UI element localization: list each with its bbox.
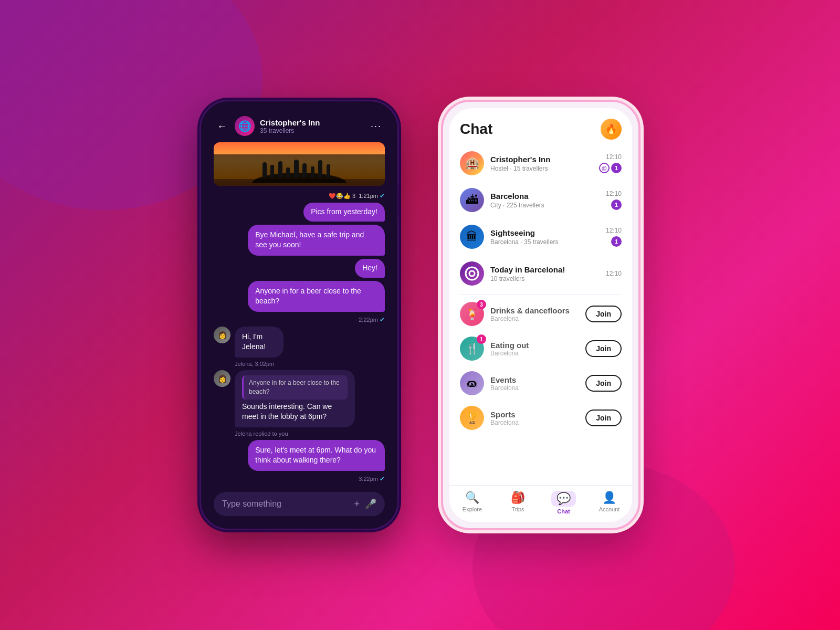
user-avatar[interactable]: 🔥	[601, 119, 622, 140]
chat-name: Sightseeing	[490, 228, 600, 237]
messages-list: ❤️😂👍 3 1:21pm ✔ Pics from yesterday! Bye…	[207, 142, 391, 488]
nav-item-account[interactable]: 👤 Account	[586, 491, 632, 514]
svg-rect-8	[318, 160, 322, 178]
chat-list-screen: Chat 🔥 🏨 Cristopher's Inn Hostel · 15 tr…	[449, 108, 632, 522]
join-button[interactable]: Join	[585, 306, 622, 322]
chat-label: Chat	[557, 508, 570, 514]
join-item: 🏆 Sports Barcelona Join	[449, 401, 632, 435]
microphone-icon[interactable]: 🎤	[365, 498, 376, 510]
join-item: 🍹 3 Drinks & dancefloors Barcelona Join	[449, 297, 632, 331]
svg-rect-6	[302, 163, 307, 178]
join-button[interactable]: Join	[585, 340, 622, 357]
received-message-group: 👩 Hi, I'm Jelena! Jelena, 3:02pm	[214, 327, 385, 367]
svg-rect-5	[294, 160, 299, 178]
message-input[interactable]: Type something	[222, 499, 349, 509]
header-info: Cristopher's Inn 35 travellers	[260, 118, 365, 134]
join-sub: Barcelona	[490, 350, 579, 357]
message-time: 3:22pm ✔	[214, 475, 385, 482]
chat-item-meta: 12:10	[606, 270, 622, 277]
join-name: Sports	[490, 410, 579, 419]
chat-item-info: Sightseeing Barcelona · 35 travellers	[490, 228, 600, 246]
svg-rect-3	[278, 161, 282, 178]
sent-bubble: Sure, let's meet at 6pm. What do you thi…	[248, 440, 385, 471]
chat-name: Barcelona	[490, 192, 600, 201]
chat-time: 12:10	[606, 270, 622, 277]
received-bubble: Hi, I'm Jelena!	[235, 327, 284, 358]
more-options-button[interactable]: ···	[371, 121, 382, 132]
sender-avatar: 👩	[214, 327, 230, 343]
chat-item-meta: 12:10 @ 1	[599, 153, 622, 173]
silhouette	[214, 154, 385, 186]
join-info: Drinks & dancefloors Barcelona	[490, 306, 579, 322]
message-time: Jelena replied to you	[235, 430, 385, 437]
received-bubble-quoted: Anyone in for a beer close to the beach?…	[235, 370, 355, 427]
add-attachment-icon[interactable]: +	[354, 499, 360, 510]
chat-list-title: Chat	[460, 121, 492, 138]
chat-name: Today in Barcelona!	[490, 265, 600, 274]
join-avatar-sports: 🏆	[460, 406, 484, 430]
chat-item-meta: 12:10 1	[606, 190, 622, 210]
join-item: 🎟 Events Barcelona Join	[449, 366, 632, 401]
badges: @ 1	[599, 163, 622, 173]
chat-item-info: Cristopher's Inn Hostel · 15 travellers	[490, 155, 593, 172]
explore-icon: 🔍	[465, 491, 479, 505]
chat-sub: Hostel · 15 travellers	[490, 165, 593, 172]
nav-item-explore[interactable]: 🔍 Explore	[449, 491, 495, 514]
chat-list-item[interactable]: 🏨 Cristopher's Inn Hostel · 15 traveller…	[449, 145, 632, 182]
chat-list-item[interactable]: 🏛 Sightseeing Barcelona · 35 travellers …	[449, 218, 632, 255]
count-badge: 1	[611, 200, 622, 210]
unread-badge: 1	[477, 334, 486, 344]
sender-avatar: 👩	[214, 370, 230, 387]
join-button[interactable]: Join	[585, 410, 622, 426]
group-avatar: 🌐	[235, 116, 255, 136]
message-reactions: ❤️😂👍 3 1:21pm ✔	[214, 192, 385, 200]
message-group: Hi, I'm Jelena! Jelena, 3:02pm	[235, 327, 296, 367]
join-button[interactable]: Join	[585, 375, 622, 392]
join-name: Eating out	[490, 341, 579, 350]
chat-time: 12:10	[606, 190, 622, 197]
join-sub: Barcelona	[490, 315, 579, 322]
chat-name: Cristopher's Inn	[490, 155, 593, 164]
chat-input-bar[interactable]: Type something + 🎤	[214, 492, 385, 516]
dark-phone: ← 🌐 Cristopher's Inn 35 travellers ···	[200, 100, 399, 530]
chat-detail-header: ← 🌐 Cristopher's Inn 35 travellers ···	[207, 108, 391, 142]
join-info: Eating out Barcelona	[490, 341, 579, 357]
group-name: Cristopher's Inn	[260, 118, 365, 127]
svg-rect-7	[311, 166, 314, 178]
sent-bubble: Anyone in for a beer close to the beach?	[248, 281, 385, 312]
join-sub: Barcelona	[490, 384, 579, 392]
join-name: Events	[490, 375, 579, 384]
count-badge: 1	[611, 236, 622, 247]
sent-bubble: Hey!	[355, 259, 385, 278]
nav-item-trips[interactable]: 🎒 Trips	[495, 491, 541, 514]
join-name: Drinks & dancefloors	[490, 306, 579, 315]
count-badge: 1	[611, 163, 622, 173]
join-item: 🍴 1 Eating out Barcelona Join	[449, 331, 632, 366]
svg-rect-9	[327, 164, 330, 178]
chat-time: 12:10	[606, 227, 622, 234]
chat-avatar-sightseeing: 🏛	[460, 225, 484, 249]
chat-list-item[interactable]: 🏙 Barcelona City · 225 travellers 12:10 …	[449, 182, 632, 218]
chat-item-meta: 12:10 1	[606, 227, 622, 247]
light-phone: Chat 🔥 🏨 Cristopher's Inn Hostel · 15 tr…	[441, 100, 640, 530]
svg-rect-1	[262, 162, 267, 178]
join-avatar-eating: 🍴 1	[460, 337, 484, 361]
join-sub: Barcelona	[490, 419, 579, 426]
chat-list-item[interactable]: Today in Barcelona! 10 travellers 12:10	[449, 255, 632, 292]
svg-point-11	[469, 271, 475, 276]
join-avatar-drinks: 🍹 3	[460, 302, 484, 326]
chat-detail-screen: ← 🌐 Cristopher's Inn 35 travellers ···	[207, 108, 391, 522]
chat-list-header: Chat 🔥	[449, 108, 632, 145]
back-button[interactable]: ←	[217, 120, 227, 132]
account-icon: 👤	[602, 491, 616, 505]
nav-item-chat[interactable]: 💬 Chat	[541, 491, 586, 514]
explore-label: Explore	[463, 506, 482, 512]
chat-avatar-hostel: 🏨	[460, 151, 484, 175]
quoted-text: Anyone in for a beer close to the beach?	[242, 375, 348, 400]
message-time: 2:22pm ✔	[214, 316, 385, 323]
chat-item-info: Barcelona City · 225 travellers	[490, 192, 600, 209]
chat-time: 12:10	[606, 153, 622, 161]
sent-bubble: Pics from yesterday!	[303, 203, 385, 222]
received-message-group: 👩 Anyone in for a beer close to the beac…	[214, 370, 385, 437]
sent-bubble: Bye Michael, have a safe trip and see yo…	[248, 225, 385, 256]
